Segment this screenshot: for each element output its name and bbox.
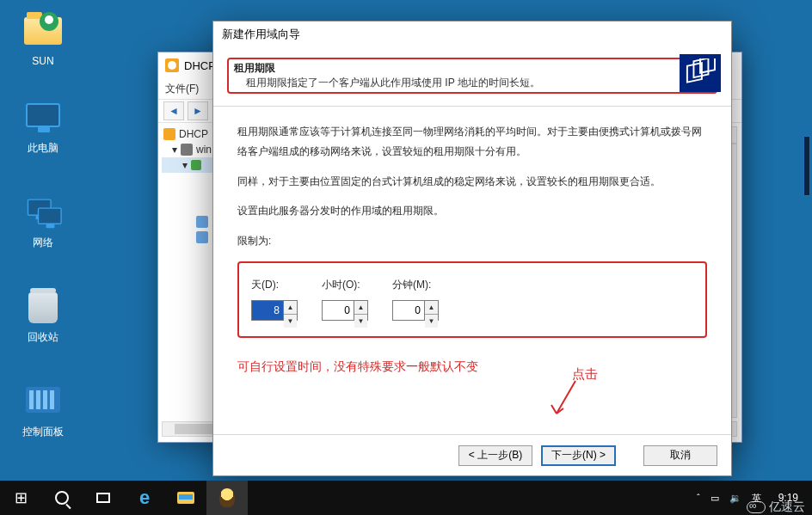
dhcp-icon [165, 58, 179, 72]
minutes-label: 分钟(M): [392, 275, 439, 295]
desktop-label: 回收站 [10, 330, 76, 345]
hours-input[interactable] [322, 300, 354, 321]
days-up[interactable]: ▲ [284, 301, 297, 315]
desktop-icon-sun[interactable]: SUN [10, 12, 76, 67]
annotation-arrow [548, 379, 582, 422]
minutes-column: 分钟(M): ▲▼ [392, 275, 439, 321]
header-highlight-box: 租用期限 租用期限指定了一个客户端从此作用域使用 IP 地址的时间长短。 [227, 58, 717, 94]
app-button[interactable] [206, 481, 248, 515]
days-spinner[interactable]: ▲▼ [251, 300, 298, 321]
body-p1: 租用期限通常应该等于计算机连接至同一物理网络消耗的平均时间。对于主要由便携式计算… [237, 122, 707, 162]
tray-network-icon[interactable]: ▭ [710, 493, 719, 504]
tray-volume-icon[interactable]: 🔉 [729, 493, 741, 504]
taskview-button[interactable] [83, 481, 124, 515]
days-label: 天(D): [251, 275, 298, 295]
tool-back[interactable]: ◄ [163, 101, 184, 120]
search-button[interactable] [41, 481, 83, 515]
taskbar: ⊞ e ˆ ▭ 🔉 英 9:19 亿速云 [0, 481, 812, 515]
days-down[interactable]: ▼ [284, 315, 297, 328]
days-input[interactable] [251, 300, 284, 321]
header-line1: 租用期限 [234, 61, 710, 76]
desktop-label: 网络 [10, 236, 76, 250]
minutes-input[interactable] [392, 300, 425, 321]
dhcp-title: DHCP [184, 59, 216, 72]
leaf-icon [196, 231, 208, 243]
right-edge-decor [803, 136, 812, 256]
server-icon [181, 144, 193, 156]
header-line2: 租用期限指定了一个客户端从此作用域使用 IP 地址的时间长短。 [234, 76, 710, 90]
wizard-body: 租用期限通常应该等于计算机连接至同一物理网络消耗的平均时间。对于主要由便携式计算… [213, 107, 731, 381]
desktop-icon-this-pc[interactable]: 此电脑 [10, 103, 76, 156]
explorer-button[interactable] [165, 481, 206, 515]
annotation-note: 可自行设置时间，没有特殊要求一般默认不变 [237, 355, 707, 378]
limit-label: 限制为: [237, 231, 707, 251]
new-scope-wizard-dialog: 新建作用域向导 租用期限 租用期限指定了一个客户端从此作用域使用 IP 地址的时… [212, 21, 732, 476]
hours-up[interactable]: ▲ [354, 301, 367, 315]
tray-chevron-icon[interactable]: ˆ [697, 493, 700, 503]
windows-icon: ⊞ [15, 488, 28, 507]
wizard-footer: < 上一步(B) 下一步(N) > 取消 [213, 434, 731, 475]
tool-forward[interactable]: ► [188, 101, 208, 120]
wizard-header: 租用期限 租用期限指定了一个客户端从此作用域使用 IP 地址的时间长短。 [213, 47, 731, 107]
next-button[interactable]: 下一步(N) > [541, 445, 616, 466]
body-p2: 同样，对于主要由位置固定的台式计算机组成的稳定网络来说，设置较长的租用期限更合适… [237, 172, 707, 192]
menu-file[interactable]: 文件(F) [165, 82, 199, 96]
ie-button[interactable]: e [124, 481, 165, 515]
desktop-icon-network[interactable]: 网络 [10, 198, 76, 250]
search-icon [55, 491, 69, 505]
desktop-label: 此电脑 [10, 141, 76, 156]
leaf-icon [191, 160, 201, 170]
wizard-banner-icon [680, 54, 721, 92]
days-column: 天(D): ▲▼ [251, 275, 298, 321]
desktop-label: 控制面板 [10, 425, 76, 439]
back-button[interactable]: < 上一步(B) [458, 445, 532, 466]
ie-icon: e [139, 487, 150, 509]
minutes-spinner[interactable]: ▲▼ [392, 300, 439, 321]
watermark-text: 亿速云 [769, 500, 805, 515]
watermark-icon [747, 501, 766, 513]
body-p3: 设置由此服务器分发时的作用域的租用期限。 [237, 201, 707, 221]
hours-column: 小时(O): ▲▼ [322, 275, 368, 321]
desktop-icon-recycle-bin[interactable]: 回收站 [10, 292, 76, 345]
limit-highlight-box: 天(D): ▲▼ 小时(O): ▲▼ 分钟(M): ▲▼ [237, 261, 707, 338]
wizard-title[interactable]: 新建作用域向导 [213, 21, 731, 47]
hours-spinner[interactable]: ▲▼ [322, 300, 368, 321]
leaf-icon [196, 216, 208, 228]
folder-icon [177, 492, 194, 504]
start-button[interactable]: ⊞ [0, 481, 41, 515]
desktop-label: SUN [10, 55, 76, 67]
dhcp-tree-icon [163, 128, 175, 140]
hours-label: 小时(O): [322, 275, 368, 295]
hours-down[interactable]: ▼ [354, 315, 367, 328]
minutes-down[interactable]: ▼ [425, 315, 438, 328]
lamp-icon [219, 488, 235, 507]
minutes-up[interactable]: ▲ [425, 301, 438, 315]
watermark: 亿速云 [747, 500, 805, 515]
cancel-button[interactable]: 取消 [643, 445, 717, 466]
desktop-icon-control-panel[interactable]: 控制面板 [10, 387, 76, 439]
taskview-icon [96, 493, 110, 503]
